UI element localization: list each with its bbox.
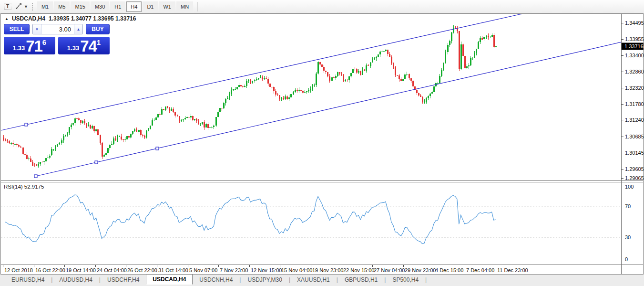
timeframe-button-m15[interactable]: M15 [71, 1, 89, 12]
candle [426, 98, 427, 102]
candle [476, 49, 477, 53]
candle [302, 91, 304, 93]
chart-tab-sp500[interactable]: SP500,H4 [386, 275, 425, 285]
sell-button[interactable]: SELL [4, 24, 30, 34]
toolbar-grip[interactable] [31, 2, 34, 11]
candle [93, 126, 95, 131]
timeframe-button-h4[interactable]: H4 [126, 1, 142, 12]
candle [113, 138, 114, 144]
time-tick-mark [496, 265, 496, 267]
candle [3, 138, 4, 140]
sell-price-box[interactable]: 1.33 71 6 [4, 37, 55, 54]
time-axis[interactable]: 12 Oct 201816 Oct 22:0019 Oct 14:0024 Oc… [1, 265, 643, 274]
candle [348, 76, 350, 80]
time-tick-mark [342, 265, 342, 267]
candle [457, 29, 458, 31]
buy-price-pips: 74 [80, 39, 97, 53]
channel-lower-line[interactable] [36, 42, 621, 176]
price-tick-mark [621, 169, 624, 169]
rsi-chart[interactable] [1, 182, 621, 265]
timeframe-button-m5[interactable]: M5 [54, 1, 70, 12]
price-tick-label: 1.34495 [625, 20, 644, 26]
volume-input[interactable] [41, 24, 74, 34]
candle [194, 119, 195, 120]
time-tick-label: 5 Nov 07:00 [189, 267, 217, 273]
rsi-level-label: 30 [625, 234, 631, 240]
candle [7, 140, 8, 142]
arrows-tool-button[interactable]: ▼ [14, 1, 29, 12]
candle [269, 84, 271, 87]
candle [165, 106, 166, 109]
channel-anchor-handle[interactable] [95, 161, 98, 164]
candle [343, 75, 344, 81]
candle [103, 155, 105, 156]
trade-prices-row: 1.33 71 6 1.33 74 1 [4, 37, 110, 54]
candle [219, 108, 221, 112]
candle [242, 86, 244, 87]
channel-anchor-handle[interactable] [25, 123, 28, 126]
volume-decrease-button[interactable]: ▼ [33, 24, 41, 34]
candle [22, 148, 24, 153]
candle [92, 126, 93, 128]
chart-tab-audusd[interactable]: AUDUSD,H4 [52, 275, 99, 285]
text-tool-button[interactable]: T [2, 1, 13, 12]
buy-price-box[interactable]: 1.33 74 1 [58, 37, 110, 54]
candle [372, 59, 373, 63]
candle [319, 62, 321, 64]
collapse-icon[interactable]: ▲ [5, 17, 9, 21]
candle [273, 87, 275, 91]
chart-tab-usdcnh[interactable]: USDCNH,H4 [193, 275, 239, 285]
candle [256, 79, 257, 80]
candle [333, 77, 335, 78]
timeframe-button-h1[interactable]: H1 [110, 1, 125, 12]
candle [409, 74, 410, 78]
timeframe-button-mn[interactable]: MN [176, 1, 193, 12]
candle [233, 89, 234, 90]
candle [49, 156, 51, 158]
candle [144, 136, 145, 138]
candle [183, 119, 184, 121]
candle [459, 31, 460, 69]
candle [310, 89, 311, 90]
channel-anchor-handle[interactable] [34, 175, 37, 178]
candle [420, 95, 421, 97]
candle [188, 117, 190, 117]
chart-tab-xauusd[interactable]: XAUUSD,H1 [290, 275, 337, 285]
candle [71, 125, 72, 127]
chart-tab-usdchf[interactable]: USDCHF,H4 [101, 275, 146, 285]
price-axis[interactable]: 1.344951.339551.334001.328601.323201.317… [621, 14, 643, 274]
candle [157, 114, 159, 118]
rsi-level-label: 70 [625, 203, 631, 209]
time-tick-mark [188, 265, 188, 267]
chart-tab-usdcad[interactable]: USDCAD,H4 [146, 274, 193, 285]
candle [267, 79, 269, 84]
timeframe-button-w1[interactable]: W1 [159, 1, 175, 12]
trade-controls-row: SELL ▼ ▲ BUY [4, 23, 110, 35]
one-click-trading-panel: SELL ▼ ▲ BUY 1.33 71 6 1.33 74 1 [4, 23, 110, 54]
candle [155, 117, 157, 120]
candle [431, 92, 433, 94]
chart-tab-gbpusd[interactable]: GBPUSD,H1 [338, 275, 384, 285]
chart-tab-eurusd[interactable]: EURUSD,H4 [5, 275, 51, 285]
candle [34, 166, 35, 166]
timeframe-button-d1[interactable]: D1 [143, 1, 158, 12]
candle [217, 112, 219, 117]
price-tick-mark [621, 39, 624, 40]
panel-splitter[interactable] [1, 180, 643, 182]
candle [378, 54, 379, 56]
time-tick-label: 12 Nov 15:00 [251, 267, 282, 273]
timeframe-button-m1[interactable]: M1 [37, 1, 53, 12]
candle [72, 123, 74, 125]
candle [296, 90, 298, 91]
price-tick-label: 1.33400 [625, 53, 644, 58]
chart-tab-usdjpy[interactable]: USDJPY,M30 [241, 275, 288, 285]
candle [126, 136, 128, 139]
volume-increase-button[interactable]: ▲ [74, 24, 82, 34]
candle [225, 99, 226, 104]
channel-anchor-handle[interactable] [156, 147, 159, 150]
timeframe-button-m30[interactable]: M30 [91, 1, 109, 12]
candle [148, 129, 149, 131]
price-tick-label: 1.32860 [625, 69, 644, 74]
candle [215, 117, 217, 126]
buy-button[interactable]: BUY [86, 24, 110, 34]
